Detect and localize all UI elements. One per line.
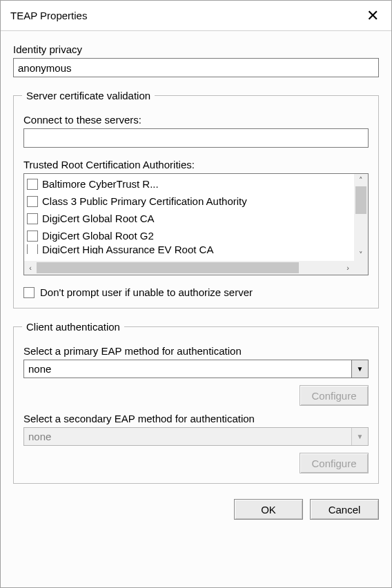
checkbox-icon[interactable] (27, 231, 38, 242)
trusted-root-listbox[interactable]: Baltimore CyberTrust R... Class 3 Public… (23, 173, 369, 275)
list-item-label: DigiCert Global Root CA (42, 213, 155, 224)
checkbox-icon[interactable] (23, 287, 35, 298)
server-validation-group: Server certificate validation Connect to… (13, 90, 379, 308)
configure-primary-button: Configure (300, 385, 369, 406)
dropdown-button: ▼ (351, 428, 368, 445)
cancel-button[interactable]: Cancel (310, 499, 379, 520)
checkbox-icon[interactable] (27, 196, 38, 207)
dont-prompt-label: Don't prompt user if unable to authorize… (40, 286, 253, 298)
list-item[interactable]: DigiCert Global Root G2 (27, 227, 351, 244)
dialog-window: TEAP Properties ✕ Identity privacy Serve… (0, 0, 392, 588)
scroll-left-icon[interactable]: ‹ (24, 261, 37, 275)
checkbox-icon[interactable] (27, 244, 38, 254)
trusted-root-label: Trusted Root Certification Authorities: (23, 159, 369, 170)
list-item-label: Class 3 Public Primary Certification Aut… (42, 195, 247, 207)
scroll-up-icon[interactable]: ˄ (354, 174, 368, 186)
scroll-track[interactable] (37, 261, 342, 275)
client-auth-group: Client authentication Select a primary E… (13, 321, 379, 484)
scroll-right-icon[interactable]: › (342, 261, 354, 275)
titlebar: TEAP Properties ✕ (1, 1, 391, 31)
chevron-down-icon: ▼ (357, 365, 364, 373)
scroll-down-icon[interactable]: ˅ (354, 248, 368, 261)
secondary-eap-value: none (24, 428, 351, 445)
list-item[interactable]: Class 3 Public Primary Certification Aut… (27, 193, 351, 210)
checkbox-icon[interactable] (27, 179, 38, 190)
primary-eap-value: none (24, 360, 351, 378)
list-item-label: DigiCert High Assurance EV Root CA (42, 244, 213, 254)
list-item-label: Baltimore CyberTrust R... (42, 178, 159, 190)
configure-secondary-button: Configure (300, 453, 369, 473)
dialog-body: Identity privacy Server certificate vali… (1, 31, 391, 587)
identity-privacy-input[interactable] (13, 58, 379, 77)
dialog-footer: OK Cancel (13, 491, 379, 520)
connect-servers-input[interactable] (23, 128, 369, 148)
primary-eap-select[interactable]: none ▼ (23, 360, 369, 378)
trusted-root-list: Baltimore CyberTrust R... Class 3 Public… (24, 174, 354, 261)
close-icon[interactable]: ✕ (362, 8, 383, 23)
list-item-label: DigiCert Global Root G2 (42, 230, 154, 242)
identity-privacy-label: Identity privacy (13, 43, 379, 55)
scroll-thumb[interactable] (355, 186, 366, 214)
connect-servers-label: Connect to these servers: (23, 114, 369, 126)
client-auth-legend: Client authentication (22, 321, 124, 333)
primary-eap-label: Select a primary EAP method for authenti… (23, 345, 369, 357)
checkbox-icon[interactable] (27, 213, 38, 224)
horizontal-scrollbar[interactable]: ‹ › (24, 261, 368, 275)
list-item[interactable]: DigiCert High Assurance EV Root CA (27, 244, 351, 254)
scroll-corner (354, 261, 368, 275)
secondary-eap-select: none ▼ (23, 427, 369, 446)
dropdown-button[interactable]: ▼ (351, 360, 368, 378)
vertical-scrollbar[interactable]: ˄ ˅ (354, 174, 368, 261)
chevron-down-icon: ▼ (357, 433, 364, 440)
scroll-thumb[interactable] (37, 262, 299, 273)
ok-button[interactable]: OK (234, 499, 303, 520)
secondary-eap-label: Select a secondary EAP method for authen… (23, 413, 369, 424)
dont-prompt-row[interactable]: Don't prompt user if unable to authorize… (23, 286, 369, 298)
window-title: TEAP Properties (10, 10, 87, 21)
list-item[interactable]: Baltimore CyberTrust R... (27, 175, 351, 193)
list-item[interactable]: DigiCert Global Root CA (27, 210, 351, 227)
server-validation-legend: Server certificate validation (22, 90, 155, 101)
identity-section: Identity privacy (13, 43, 379, 77)
